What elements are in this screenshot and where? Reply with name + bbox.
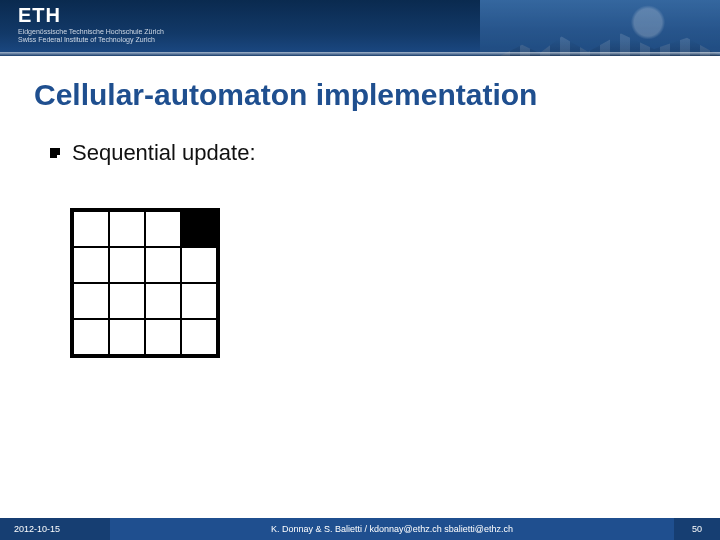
grid-cell bbox=[109, 319, 145, 355]
bullet-icon bbox=[50, 148, 60, 158]
grid-cell bbox=[145, 211, 181, 247]
grid-cell bbox=[145, 319, 181, 355]
footer-credits: K. Donnay & S. Balietti / kdonnay@ethz.c… bbox=[110, 518, 674, 540]
grid-cell-active bbox=[181, 211, 217, 247]
grid-cell bbox=[73, 319, 109, 355]
grid-cell bbox=[73, 247, 109, 283]
slide-title: Cellular-automaton implementation bbox=[0, 56, 720, 120]
bullet-item: Sequential update: bbox=[50, 140, 670, 166]
bullet-text: Sequential update: bbox=[72, 140, 256, 166]
eth-logo: ETH bbox=[18, 4, 61, 27]
grid-cell bbox=[145, 247, 181, 283]
grid-cell bbox=[73, 211, 109, 247]
footer: 2012-10-15 K. Donnay & S. Balietti / kdo… bbox=[0, 518, 720, 540]
grid-cell bbox=[109, 283, 145, 319]
eth-subline: Eidgenössische Technische Hochschule Zür… bbox=[18, 28, 164, 45]
grid-cell bbox=[181, 319, 217, 355]
grid-cell bbox=[109, 211, 145, 247]
footer-page: 50 bbox=[674, 518, 720, 540]
slide-body: Sequential update: bbox=[0, 120, 720, 358]
header-band: ETH Eidgenössische Technische Hochschule… bbox=[0, 0, 720, 56]
grid-cell bbox=[181, 283, 217, 319]
slide: ETH Eidgenössische Technische Hochschule… bbox=[0, 0, 720, 540]
header-divider bbox=[0, 52, 720, 56]
footer-date: 2012-10-15 bbox=[0, 518, 110, 540]
automaton-grid-wrap bbox=[70, 208, 670, 358]
automaton-grid bbox=[70, 208, 220, 358]
grid-cell bbox=[181, 247, 217, 283]
grid-cell bbox=[73, 283, 109, 319]
grid-cell bbox=[109, 247, 145, 283]
grid-cell bbox=[145, 283, 181, 319]
header-photo bbox=[480, 0, 720, 56]
